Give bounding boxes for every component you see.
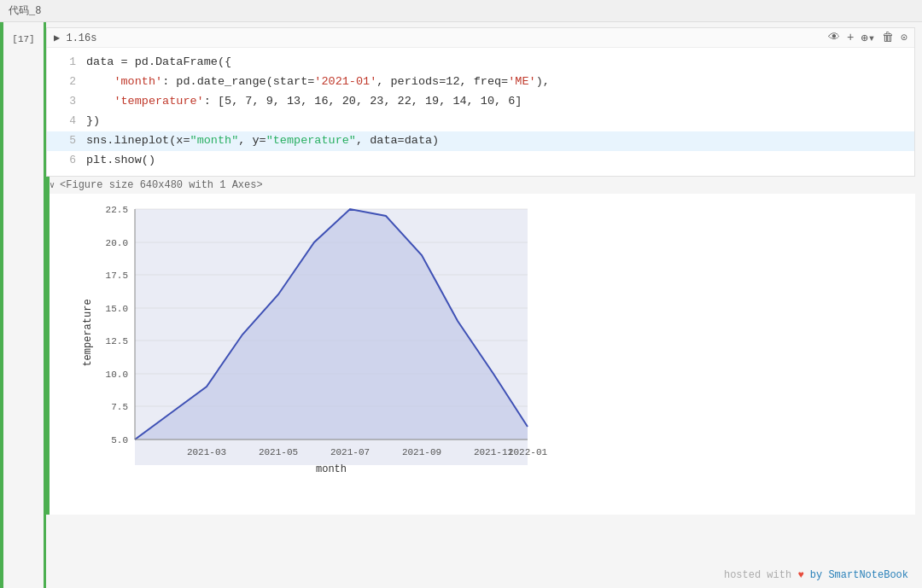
add-icon[interactable]: +	[847, 31, 854, 44]
y-label-15: 15.0	[106, 304, 128, 314]
more-icon[interactable]: ⊙	[901, 31, 907, 44]
x-label-sep: 2021-09	[402, 447, 441, 457]
code-line-4: 4 })	[47, 112, 914, 131]
y-label-10: 10.0	[106, 370, 128, 380]
output-header: ∨ <Figure size 640x480 with 1 Axes>	[50, 177, 922, 194]
x-label-may: 2021-05	[259, 447, 298, 457]
cell-number-col: [17]	[3, 22, 46, 588]
window-title: 代码_8	[9, 3, 41, 18]
footer-text-prefix: hosted with	[724, 569, 791, 581]
y-label-125: 12.5	[106, 336, 128, 346]
y-label-20: 20.0	[106, 238, 128, 248]
code-cell: ▶ 1.16s 👁 + ⊕▾ 🗑 ⊙ 1 data = pd.DataFrame…	[46, 27, 915, 177]
output-area: ∨ <Figure size 640x480 with 1 Axes> 5.0	[50, 177, 922, 515]
code-line-2: 2 'month': pd.date_range(start='2021-01'…	[47, 73, 914, 92]
y-label-225: 22.5	[106, 205, 128, 215]
insert-icon[interactable]: ⊕▾	[861, 31, 875, 45]
y-label-75: 7.5	[111, 402, 128, 412]
eye-icon[interactable]: 👁	[828, 31, 840, 44]
code-line-5: 5 sns.lineplot(x="month", y="temperature…	[47, 131, 914, 151]
delete-icon[interactable]: 🗑	[882, 31, 894, 44]
code-body: 1 data = pd.DataFrame({ 2 'month': pd.da…	[47, 48, 914, 176]
code-line-6: 6 plt.show()	[47, 151, 914, 171]
x-axis-label: month	[316, 463, 347, 475]
cell-run-indicator: ▶ 1.16s	[54, 30, 96, 45]
x-label-mar: 2021-03	[187, 447, 226, 457]
footer-brand: by SmartNoteBook	[810, 569, 908, 581]
x-label-jan22: 2022-01	[508, 447, 548, 457]
cell-time: 1.16s	[66, 32, 96, 44]
y-label-5: 5.0	[111, 435, 128, 445]
output-toggle[interactable]: ∨	[50, 180, 55, 190]
cell-number: [17]	[12, 34, 34, 44]
footer-heart-icon: ♥	[797, 569, 809, 581]
toolbar-icons: 👁 + ⊕▾ 🗑 ⊙	[828, 31, 907, 45]
y-label-175: 17.5	[106, 271, 128, 281]
code-line-1: 1 data = pd.DataFrame({	[47, 53, 914, 73]
code-line-3: 3 'temperature': [5, 7, 9, 13, 16, 20, 2…	[47, 92, 914, 112]
x-label-jul: 2021-07	[330, 447, 370, 457]
top-bar: 代码_8	[0, 0, 922, 22]
y-axis-label: temperature	[82, 299, 94, 366]
content-area: ▶ 1.16s 👁 + ⊕▾ 🗑 ⊙ 1 data = pd.DataFrame…	[46, 22, 922, 588]
code-cell-toolbar: ▶ 1.16s 👁 + ⊕▾ 🗑 ⊙	[47, 28, 914, 48]
figure-label: <Figure size 640x480 with 1 Axes>	[60, 179, 263, 191]
chart-container: 5.0 7.5 10.0 12.5 15.0	[50, 194, 915, 515]
line-chart: 5.0 7.5 10.0 12.5 15.0	[75, 201, 553, 508]
output-row: ∨ <Figure size 640x480 with 1 Axes> 5.0	[46, 177, 922, 515]
footer: hosted with ♥ by SmartNoteBook	[724, 569, 908, 581]
